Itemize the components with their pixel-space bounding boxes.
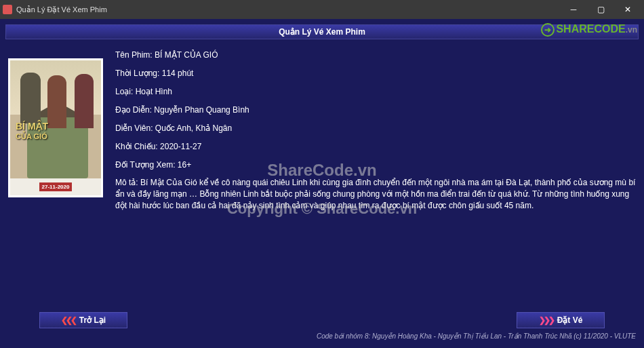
- movie-name-value: BÍ MẬT CỦA GIÓ: [155, 50, 218, 60]
- movie-rating-row: Đối Tượng Xem16+: [115, 159, 636, 171]
- movie-description-value: Bí Mật Của Gió kể về cô nàng quái chiêu …: [115, 178, 635, 210]
- movie-cast-label: Diễn Viên: [115, 123, 155, 133]
- movie-cast-value: Quốc Anh, Khả Ngân: [155, 123, 232, 133]
- back-button[interactable]: ❮❮❮ Trở Lại: [39, 312, 127, 328]
- movie-duration-row: Thời Lượng114 phút: [115, 67, 636, 79]
- book-button[interactable]: ❯❯❯ Đặt Vé: [517, 312, 605, 328]
- close-button[interactable]: ✕: [614, 0, 641, 19]
- bottom-bar: ❮❮❮ Trở Lại ❯❯❯ Đặt Vé Code bởi nhóm 8: …: [5, 312, 639, 340]
- movie-genre-label: Loại: [115, 87, 136, 96]
- movie-name-label: Tên Phim: [115, 50, 155, 60]
- movie-genre-value: Hoạt Hình: [136, 87, 172, 96]
- movie-release-label: Khởi Chiếu: [115, 142, 160, 151]
- movie-director-row: Đạo DiễnNguyễn Phan Quang Bình: [115, 104, 636, 116]
- window-titlebar: Quản Lý Đặt Vé Xem Phim ─ ▢ ✕: [0, 0, 644, 19]
- movie-rating-value: 16+: [178, 160, 191, 170]
- footer-credit: Code bởi nhóm 8: Nguyễn Hoàng Kha - Nguy…: [5, 332, 639, 340]
- movie-release-row: Khởi Chiếu2020-11-27: [115, 140, 636, 153]
- window-title: Quản Lý Đặt Vé Xem Phim: [16, 5, 107, 14]
- chevron-left-icon: ❮❮❮: [61, 315, 75, 325]
- movie-content: BÍ MẬT CỦA GIÓ 27-11-2020 Tên PhimBÍ MẬT…: [5, 39, 639, 217]
- movie-poster: BÍ MẬT CỦA GIÓ 27-11-2020: [8, 58, 103, 197]
- back-button-label: Trở Lại: [79, 315, 106, 325]
- movie-release-value: 2020-11-27: [160, 142, 201, 151]
- movie-genre-row: LoạiHoạt Hình: [115, 85, 636, 98]
- movie-description-label: Mô tả: [115, 178, 140, 187]
- book-button-label: Đặt Vé: [557, 315, 583, 325]
- app-body: ➜SHARECODE.vn Quản Lý Vé Xem Phim BÍ MẬT…: [0, 19, 644, 348]
- movie-duration-value: 114 phút: [162, 69, 194, 78]
- maximize-button[interactable]: ▢: [587, 0, 614, 19]
- page-header: Quản Lý Vé Xem Phim: [5, 24, 639, 39]
- page-title: Quản Lý Vé Xem Phim: [279, 27, 365, 37]
- minimize-button[interactable]: ─: [560, 0, 587, 19]
- movie-duration-label: Thời Lượng: [115, 69, 162, 78]
- movie-name-row: Tên PhimBÍ MẬT CỦA GIÓ: [115, 49, 636, 61]
- movie-director-value: Nguyễn Phan Quang Bình: [154, 105, 249, 115]
- chevron-right-icon: ❯❯❯: [539, 315, 553, 325]
- movie-cast-row: Diễn ViênQuốc Anh, Khả Ngân: [115, 122, 636, 134]
- movie-description-row: Mô tảBí Mật Của Gió kể về cô nàng quái c…: [115, 177, 636, 211]
- movie-details: Tên PhimBÍ MẬT CỦA GIÓ Thời Lượng114 phú…: [115, 49, 636, 217]
- movie-director-label: Đạo Diễn: [115, 105, 154, 115]
- window-controls: ─ ▢ ✕: [560, 0, 641, 19]
- movie-rating-label: Đối Tượng Xem: [115, 160, 178, 170]
- app-icon: [3, 5, 12, 14]
